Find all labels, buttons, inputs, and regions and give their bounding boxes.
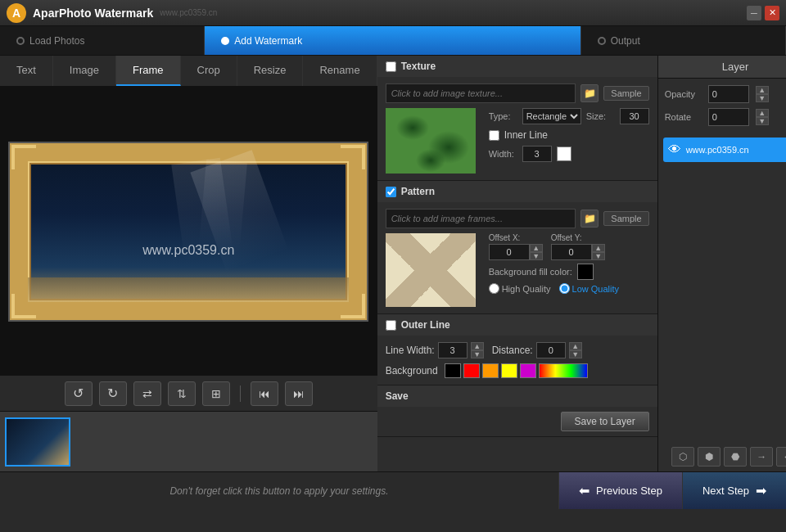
texture-section-header[interactable]: Texture bbox=[377, 56, 657, 77]
rotate-down[interactable]: ▼ bbox=[756, 117, 769, 125]
inner-line-checkbox[interactable] bbox=[489, 130, 499, 141]
prev-arrow-icon: ⬅ bbox=[579, 483, 590, 498]
bg-color-gradient[interactable] bbox=[539, 363, 588, 378]
outer-line-checkbox[interactable] bbox=[386, 320, 396, 331]
save-body: Save to Layer bbox=[377, 407, 657, 436]
offset-y-input-wrap: ▲ ▼ bbox=[551, 244, 605, 260]
nav-buttons: ⬅ Previous Step Next Step ➡ bbox=[558, 472, 786, 509]
step-output[interactable]: Output bbox=[581, 26, 786, 55]
next-step-button[interactable]: Next Step ➡ bbox=[682, 472, 786, 509]
rotate-ccw-button[interactable]: ↺ bbox=[65, 381, 93, 406]
titlebar-controls: ─ ✕ bbox=[747, 6, 779, 20]
distance-down[interactable]: ▼ bbox=[569, 350, 582, 358]
frame-corner-tr bbox=[341, 145, 365, 169]
tab-text[interactable]: Text bbox=[0, 56, 53, 86]
size-input[interactable] bbox=[620, 108, 649, 124]
next-arrow-icon: ➡ bbox=[756, 483, 766, 498]
canvas-image: www.pc0359.cn bbox=[8, 142, 368, 322]
bg-color-black[interactable] bbox=[445, 363, 461, 378]
high-quality-radio[interactable] bbox=[489, 283, 499, 294]
step-output-label: Output bbox=[611, 35, 640, 47]
distance-up[interactable]: ▲ bbox=[569, 342, 582, 350]
tab-frame[interactable]: Frame bbox=[116, 56, 181, 86]
rotate-stepper: ▲ ▼ bbox=[756, 109, 769, 125]
offset-x-up[interactable]: ▲ bbox=[530, 244, 543, 252]
layer-actions: ⬡ ⬢ ⬣ → ← bbox=[658, 442, 786, 471]
pattern-path-input[interactable] bbox=[386, 209, 576, 228]
outer-line-section: Outer Line Line Width: ▲ ▼ bbox=[377, 314, 657, 385]
layer-item[interactable]: 👁 www.pc0359.cn ✕ T bbox=[663, 138, 786, 162]
tab-crop[interactable]: Crop bbox=[181, 56, 237, 86]
line-width-down[interactable]: ▼ bbox=[471, 350, 484, 358]
texture-preview-controls: Type: Rectangle Tile Stretch Size: bbox=[386, 108, 649, 174]
opacity-up[interactable]: ▲ bbox=[756, 86, 769, 94]
step-add-watermark[interactable]: Add Watermark bbox=[205, 26, 581, 55]
offset-y-input[interactable] bbox=[551, 244, 592, 260]
opacity-row: Opacity ▲ ▼ bbox=[665, 85, 786, 103]
outer-line-header[interactable]: Outer Line bbox=[377, 314, 657, 336]
pattern-x-decoration bbox=[386, 233, 476, 307]
save-to-layer-button[interactable]: Save to Layer bbox=[561, 412, 649, 431]
minimize-button[interactable]: ─ bbox=[747, 6, 761, 20]
rotate-row: Rotate ▲ ▼ bbox=[665, 108, 786, 126]
opacity-input[interactable] bbox=[708, 85, 749, 103]
tab-resize[interactable]: Resize bbox=[237, 56, 304, 86]
offset-x-input[interactable] bbox=[489, 244, 530, 260]
layer-action-export[interactable]: → bbox=[750, 447, 773, 467]
line-width-up[interactable]: ▲ bbox=[471, 342, 484, 350]
flip-vertical-button[interactable]: ⇅ bbox=[168, 381, 196, 406]
bg-color-magenta[interactable] bbox=[520, 363, 536, 378]
light-beam-3 bbox=[199, 159, 247, 252]
low-quality-radio[interactable] bbox=[559, 283, 570, 294]
prev-step-button[interactable]: ⬅ Previous Step bbox=[558, 472, 682, 509]
next-image-button[interactable]: ⏭ bbox=[285, 381, 313, 406]
type-label: Type: bbox=[489, 111, 517, 121]
tab-image[interactable]: Image bbox=[53, 56, 116, 86]
pattern-sample-button[interactable]: Sample bbox=[603, 211, 648, 226]
bg-color-red[interactable] bbox=[463, 363, 480, 378]
offset-y-down[interactable]: ▼ bbox=[592, 252, 605, 260]
layer-action-delete[interactable]: ⬣ bbox=[724, 447, 747, 467]
outer-line-title: Outer Line bbox=[401, 319, 450, 331]
opacity-stepper: ▲ ▼ bbox=[756, 86, 769, 102]
tab-rename[interactable]: Rename bbox=[303, 56, 377, 86]
texture-path-input[interactable] bbox=[386, 83, 576, 103]
flip-horizontal-button[interactable]: ⇄ bbox=[133, 381, 161, 406]
layer-action-import[interactable]: ← bbox=[776, 447, 786, 467]
save-section-header: Save bbox=[377, 385, 657, 407]
pattern-browse-button[interactable]: 📁 bbox=[580, 210, 599, 228]
offset-x-down[interactable]: ▼ bbox=[530, 252, 543, 260]
high-quality-radio-item: High Quality bbox=[489, 283, 551, 294]
toolbar-separator bbox=[240, 385, 241, 402]
line-width-input[interactable] bbox=[438, 342, 468, 358]
opacity-down[interactable]: ▼ bbox=[756, 94, 769, 102]
close-button[interactable]: ✕ bbox=[765, 6, 779, 20]
canvas-wrapper: www.pc0359.cn bbox=[0, 88, 377, 375]
filmstrip-thumb-1[interactable] bbox=[5, 417, 70, 467]
offset-y-up[interactable]: ▲ bbox=[592, 244, 605, 252]
pattern-checkbox[interactable] bbox=[386, 187, 396, 197]
layer-action-copy[interactable]: ⬢ bbox=[698, 447, 720, 467]
texture-sample-button[interactable]: Sample bbox=[603, 86, 648, 101]
rotate-input[interactable] bbox=[708, 108, 749, 126]
layer-action-new[interactable]: ⬡ bbox=[671, 447, 694, 467]
rotate-cw-button[interactable]: ↻ bbox=[99, 381, 127, 406]
high-quality-label: High Quality bbox=[502, 284, 551, 294]
canvas-area: Text Image Frame Crop Resize Rename bbox=[0, 56, 377, 471]
type-select[interactable]: Rectangle Tile Stretch bbox=[522, 108, 581, 124]
bg-color-orange[interactable] bbox=[482, 363, 499, 378]
distance-input[interactable] bbox=[536, 342, 566, 358]
pattern-section-header[interactable]: Pattern bbox=[377, 181, 657, 202]
rotate-up[interactable]: ▲ bbox=[756, 109, 769, 117]
fit-button[interactable]: ⊞ bbox=[202, 381, 230, 406]
step-load-photos[interactable]: Load Photos bbox=[0, 26, 205, 55]
step-output-dot bbox=[598, 37, 606, 45]
bg-color-yellow[interactable] bbox=[501, 363, 517, 378]
fill-color-swatch[interactable] bbox=[577, 264, 594, 280]
prev-image-button[interactable]: ⏮ bbox=[251, 381, 278, 406]
texture-color-swatch[interactable] bbox=[557, 147, 571, 161]
texture-browse-button[interactable]: 📁 bbox=[580, 84, 599, 102]
width-input[interactable] bbox=[522, 146, 552, 162]
pattern-preview-image bbox=[386, 233, 476, 307]
texture-checkbox[interactable] bbox=[386, 61, 396, 72]
